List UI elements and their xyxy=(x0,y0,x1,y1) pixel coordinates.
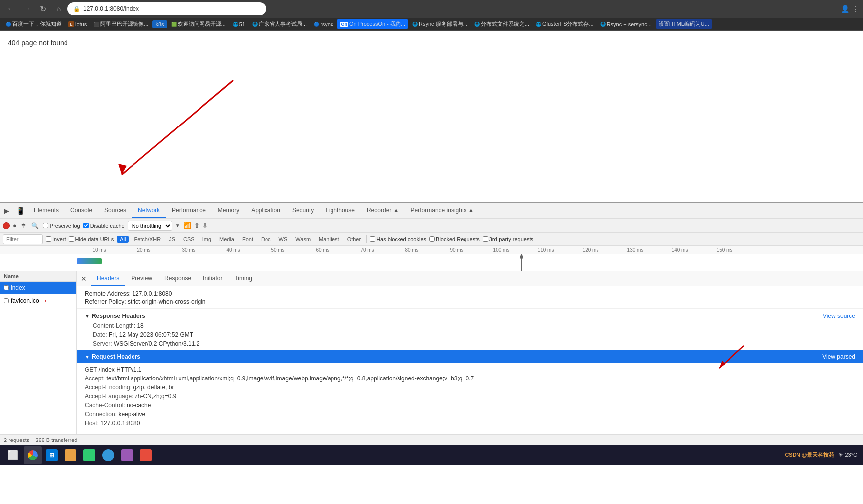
panel-tab-headers[interactable]: Headers xyxy=(91,271,125,286)
remote-address: Remote Address: 127.0.0.1:8080 xyxy=(85,290,855,297)
taskbar-item-3[interactable] xyxy=(62,446,79,464)
hide-data-urls-checkbox[interactable] xyxy=(69,236,74,242)
filter-font[interactable]: Font xyxy=(240,236,256,243)
blocked-cookies-checkbox[interactable] xyxy=(370,236,375,242)
panel-tab-timing[interactable]: Timing xyxy=(228,271,258,286)
view-source-link[interactable]: View source xyxy=(823,313,855,319)
bookmark-wangyi[interactable]: 🟩欢迎访问网易开源... xyxy=(168,19,229,29)
response-headers-title[interactable]: ▼ Response Headers View source xyxy=(85,311,855,321)
tab-security[interactable]: Security xyxy=(286,203,320,218)
bookmark-rsync-sersync[interactable]: 🌐Rsync + sersync... xyxy=(597,20,655,28)
invert-checkbox[interactable] xyxy=(46,236,51,242)
tab-network[interactable]: Network xyxy=(132,203,166,218)
bookmarks-bar: 🔵百度一下，你就知道 L lotus ⬛阿里巴巴开源镜像... k8s 🟩欢迎访… xyxy=(0,18,863,31)
throttling-select[interactable]: No throttling xyxy=(128,221,172,231)
filter-img[interactable]: Img xyxy=(200,236,214,243)
tab-application[interactable]: Application xyxy=(245,203,286,218)
tab-recorder[interactable]: Recorder ▲ xyxy=(361,203,405,218)
hide-data-urls-label[interactable]: Hide data URLs xyxy=(69,236,114,242)
bookmark-html[interactable]: 设置HTML编码为U... xyxy=(656,19,712,29)
profile-btn[interactable]: 👤 xyxy=(841,5,849,13)
filter-all[interactable]: All xyxy=(117,236,129,243)
preserve-log-label[interactable]: Preserve log xyxy=(43,223,80,229)
file-item-index[interactable]: index xyxy=(0,282,76,294)
tab-lighthouse[interactable]: Lighthouse xyxy=(320,203,361,218)
filter-manifest[interactable]: Manifest xyxy=(316,236,342,243)
bookmark-rsync2[interactable]: 🌐Rsync 服务部署与... xyxy=(409,19,470,29)
menu-btn[interactable]: ⋮ xyxy=(851,4,859,14)
nav-back-btn[interactable]: ← xyxy=(4,2,18,16)
address-bar[interactable]: 🔒 127.0.0.1:8080/index xyxy=(67,2,266,15)
invert-label[interactable]: Invert xyxy=(46,236,66,242)
taskbar-item-5[interactable] xyxy=(99,446,117,464)
record-button[interactable] xyxy=(3,222,10,229)
file-item-checkbox-index[interactable] xyxy=(4,285,9,290)
nav-forward-btn[interactable]: → xyxy=(20,2,34,16)
response-header-content-length: Content-Length: 18 xyxy=(85,321,855,330)
tl-150ms: 150 ms xyxy=(702,247,747,252)
close-panel-btn[interactable]: ✕ xyxy=(77,271,91,286)
tl-140ms: 140 ms xyxy=(658,247,702,252)
tl-130ms: 130 ms xyxy=(613,247,658,252)
bookmark-rsync[interactable]: 🔵rsync xyxy=(311,20,336,28)
clear-button[interactable]: ● xyxy=(13,222,17,229)
nav-home-btn[interactable]: ⌂ xyxy=(52,2,66,16)
disable-cache-label[interactable]: Disable cache xyxy=(83,223,125,229)
dt-icon-cursor[interactable]: ▶ xyxy=(0,203,13,218)
file-item-favicon[interactable]: favicon.ico ← xyxy=(0,294,76,308)
taskbar-item-2[interactable]: ⊞ xyxy=(43,446,61,464)
dt-icon-phone[interactable]: 📱 xyxy=(13,203,28,218)
panel-tab-initiator[interactable]: Initiator xyxy=(197,271,228,286)
blocked-cookies-label[interactable]: Has blocked cookies xyxy=(370,236,426,242)
file-item-checkbox-favicon[interactable] xyxy=(4,298,9,303)
nav-refresh-btn[interactable]: ↻ xyxy=(36,2,50,16)
filter-fetch-xhr[interactable]: Fetch/XHR xyxy=(132,236,163,243)
filter-wasm[interactable]: Wasm xyxy=(293,236,313,243)
bookmark-processon[interactable]: OnOn ProcessOn - 我的... xyxy=(337,19,408,29)
filter-doc[interactable]: Doc xyxy=(259,236,273,243)
taskbar-item-6[interactable] xyxy=(118,446,136,464)
filter-ws[interactable]: WS xyxy=(276,236,290,243)
devtools-main: Name index favicon.ico ← ✕ Headers xyxy=(0,271,863,434)
tab-elements[interactable]: Elements xyxy=(28,203,65,218)
filter-media[interactable]: Media xyxy=(217,236,237,243)
bookmark-lotus[interactable]: L lotus xyxy=(66,20,90,28)
filter-css[interactable]: CSS xyxy=(181,236,197,243)
bookmark-guangdong[interactable]: 🌐广东省人事考试局... xyxy=(249,19,310,29)
taskbar-item-7[interactable] xyxy=(137,446,155,464)
filter-input[interactable] xyxy=(3,234,43,244)
tab-perf-insights[interactable]: Performance insights ▲ xyxy=(405,203,480,218)
search-icon-btn[interactable]: 🔍 xyxy=(30,222,40,229)
taskbar-item-chrome[interactable] xyxy=(24,446,42,464)
tab-console[interactable]: Console xyxy=(65,203,98,218)
tab-sources[interactable]: Sources xyxy=(98,203,132,218)
bookmark-baidu[interactable]: 🔵百度一下，你就知道 xyxy=(3,19,65,29)
bookmark-k8s[interactable]: k8s xyxy=(152,20,167,28)
blocked-requests-label[interactable]: Blocked Requests xyxy=(429,236,480,242)
third-party-label[interactable]: 3rd-party requests xyxy=(483,236,533,242)
tab-performance[interactable]: Performance xyxy=(166,203,212,218)
wifi-icon-btn[interactable]: 📶 xyxy=(183,222,191,229)
filter-js[interactable]: JS xyxy=(166,236,178,243)
download-icon-btn[interactable]: ⇩ xyxy=(202,222,208,229)
panel-tab-preview[interactable]: Preview xyxy=(125,271,158,286)
filter-other[interactable]: Other xyxy=(345,236,364,243)
view-parsed-btn[interactable]: View parsed xyxy=(822,353,855,360)
blocked-requests-checkbox[interactable] xyxy=(429,236,435,242)
devtools: ▶ 📱 Elements Console Sources Network Per… xyxy=(0,202,863,445)
bookmark-ali[interactable]: ⬛阿里巴巴开源镜像... xyxy=(91,19,151,29)
preserve-log-checkbox[interactable] xyxy=(43,223,48,228)
start-button[interactable]: ⬜ xyxy=(2,446,24,464)
tl-60ms: 60 ms xyxy=(300,247,345,252)
disable-cache-checkbox[interactable] xyxy=(83,223,89,228)
request-headers-triangle: ▼ xyxy=(85,354,90,360)
bookmark-distributed[interactable]: 🌐分布式文件系统之... xyxy=(471,19,532,29)
taskbar-item-4[interactable] xyxy=(80,446,98,464)
bookmark-glusterfs[interactable]: 🌐GlusterFS分布式存... xyxy=(533,19,597,29)
upload-icon-btn[interactable]: ⇧ xyxy=(194,222,199,229)
bookmark-51[interactable]: 🌐51 xyxy=(230,20,248,28)
filter-icon-btn[interactable]: ☂ xyxy=(20,222,27,229)
third-party-checkbox[interactable] xyxy=(483,236,488,242)
panel-tab-response[interactable]: Response xyxy=(158,271,197,286)
tab-memory[interactable]: Memory xyxy=(212,203,245,218)
